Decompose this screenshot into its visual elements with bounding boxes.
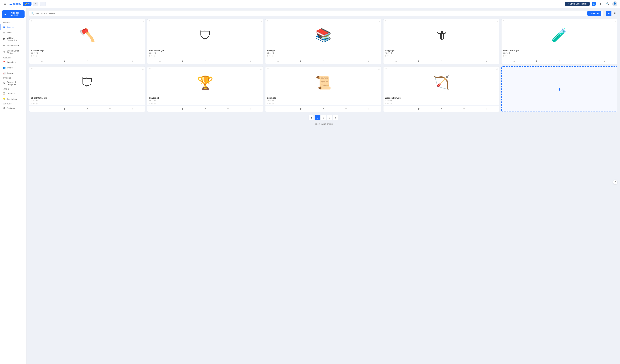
expand-btn-7[interactable]: ⤢ [249, 107, 252, 110]
share-btn-3[interactable]: ↗ [322, 60, 325, 63]
copy-icon-1[interactable]: ⧉ [31, 55, 32, 57]
info-icon-6[interactable]: ⓘ [36, 102, 37, 105]
download-btn-8[interactable]: ⬇ [277, 107, 280, 110]
download-btn-3[interactable]: ⬇ [277, 60, 280, 63]
edit-button[interactable]: ✏ [33, 2, 38, 6]
info-icon-7[interactable]: ⓘ [154, 102, 155, 105]
sidebar-item-model-editor[interactable]: ✏ Model Editor [0, 43, 27, 48]
share-btn-5[interactable]: ↗ [558, 60, 561, 63]
expand-btn-1[interactable]: ⤢ [131, 60, 134, 63]
help-button[interactable]: ? [613, 180, 618, 184]
share-btn-6[interactable]: ↗ [86, 107, 89, 110]
edit-icon-7[interactable]: ✏ [151, 102, 153, 105]
expand-btn-3[interactable]: ⤢ [367, 60, 370, 63]
sidebar-item-locations[interactable]: 📍 Locations [0, 60, 27, 65]
edit-icon-1[interactable]: ✏ [33, 55, 35, 57]
copy-icon-4[interactable]: ⧉ [385, 55, 386, 57]
add-btn-7[interactable]: ＋ [226, 107, 230, 110]
card-up-icon-6[interactable]: △ [142, 68, 144, 70]
download-btn-1[interactable]: ⬇ [40, 60, 44, 63]
info-icon-9[interactable]: ⓘ [390, 102, 391, 105]
user-avatar-button[interactable]: 👤 [612, 1, 618, 6]
add-btn-9[interactable]: ＋ [462, 107, 466, 110]
add-btn-1[interactable]: ＋ [108, 60, 112, 63]
card-up-icon-8[interactable]: △ [378, 68, 380, 70]
download-btn-2[interactable]: ⬇ [158, 60, 162, 63]
delete-btn-4[interactable]: 🗑 [417, 60, 420, 63]
card-up-icon-9[interactable]: △ [496, 68, 498, 70]
edit-icon-8[interactable]: ✏ [269, 102, 271, 105]
info-button[interactable]: ℹ [598, 1, 603, 6]
add-btn-8[interactable]: ＋ [344, 107, 348, 110]
info-icon-8[interactable]: ⓘ [272, 102, 274, 105]
card-up-icon-5[interactable]: △ [615, 20, 616, 22]
copy-icon-3[interactable]: ⧉ [267, 55, 268, 57]
add-btn-2[interactable]: ＋ [226, 60, 230, 63]
sidebar-item-content[interactable]: ▣ Content [0, 24, 27, 30]
delete-btn-3[interactable]: 🗑 [299, 60, 302, 63]
minimize-button[interactable]: — [40, 2, 46, 6]
delete-btn-7[interactable]: 🗑 [181, 107, 184, 110]
copy-icon-2[interactable]: ⧉ [149, 55, 150, 57]
page-1-button[interactable]: 1 [315, 115, 320, 120]
edit-icon-6[interactable]: ✏ [33, 102, 35, 105]
download-btn-5[interactable]: ⬇ [512, 60, 516, 63]
delete-btn-2[interactable]: 🗑 [181, 60, 184, 63]
copy-icon-5[interactable]: ⧉ [503, 55, 504, 57]
info-icon-5[interactable]: ⓘ [508, 55, 510, 57]
download-btn-9[interactable]: ⬇ [394, 107, 398, 110]
edit-icon-5[interactable]: ✏ [505, 55, 507, 57]
delete-btn-9[interactable]: 🗑 [417, 107, 420, 110]
key-tool-button[interactable]: 🔑 ▾ [23, 2, 31, 6]
expand-btn-8[interactable]: ⤢ [367, 107, 370, 110]
delete-btn-1[interactable]: 🗑 [63, 60, 66, 63]
sidebar-item-tutorials[interactable]: 📋 Tutorials [0, 91, 27, 96]
sidebar-item-convert[interactable]: ⚙ Convert & Compress [0, 80, 27, 87]
delete-btn-6[interactable]: 🗑 [63, 107, 66, 110]
edit-icon-2[interactable]: ✏ [151, 55, 153, 57]
edit-icon-3[interactable]: ✏ [269, 55, 271, 57]
search-button[interactable]: 🔍 [605, 1, 610, 6]
download-btn-7[interactable]: ⬇ [158, 107, 162, 110]
expand-btn-9[interactable]: ⤢ [485, 107, 488, 110]
card-up-icon-3[interactable]: △ [378, 20, 380, 22]
add-btn-5[interactable]: ＋ [580, 60, 584, 63]
download-btn-6[interactable]: ⬇ [40, 107, 44, 110]
copy-icon-8[interactable]: ⧉ [267, 102, 268, 105]
add-new-asset-card[interactable]: ＋ [501, 66, 618, 112]
sidebar-item-insights[interactable]: 📈 Insights [0, 70, 27, 76]
info-icon-2[interactable]: ⓘ [154, 55, 155, 57]
add-btn-6[interactable]: ＋ [108, 107, 112, 110]
sdk-integrations-button[interactable]: ⬇ SDKs & Integrations [565, 2, 590, 6]
sidebar-item-inspiration[interactable]: 💡 Inspiration [0, 96, 27, 102]
share-btn-4[interactable]: ↗ [440, 60, 443, 63]
sidebar-item-users[interactable]: 👥 Users [0, 65, 27, 70]
share-btn-7[interactable]: ↗ [204, 107, 207, 110]
grid-view-button[interactable]: ⊞ [606, 11, 611, 16]
edit-icon-4[interactable]: ✏ [387, 55, 389, 57]
expand-btn-5[interactable]: ⤢ [603, 60, 606, 63]
search-input[interactable] [35, 11, 586, 16]
card-up-icon-4[interactable]: △ [496, 20, 498, 22]
card-up-icon-1[interactable]: △ [142, 20, 144, 22]
share-btn-2[interactable]: ↗ [204, 60, 207, 63]
edit-icon-9[interactable]: ✏ [387, 102, 389, 105]
add-btn-4[interactable]: ＋ [462, 60, 466, 63]
share-btn-1[interactable]: ↗ [86, 60, 89, 63]
expand-btn-4[interactable]: ⤢ [485, 60, 488, 63]
page-2-button[interactable]: 2 [321, 115, 326, 120]
copy-icon-6[interactable]: ⧉ [31, 102, 32, 105]
delete-btn-8[interactable]: 🗑 [299, 107, 302, 110]
search-submit-button[interactable]: SEARCH [587, 11, 601, 16]
card-up-icon-7[interactable]: △ [261, 68, 262, 70]
share-btn-8[interactable]: ↗ [322, 107, 325, 110]
download-btn-4[interactable]: ⬇ [394, 60, 398, 63]
sidebar-item-data[interactable]: ▤ Data [0, 30, 27, 35]
sidebar-item-webar[interactable]: 🖥 WebAR Customizer [0, 35, 27, 43]
add-btn-3[interactable]: ＋ [344, 60, 348, 63]
share-btn-9[interactable]: ↗ [440, 107, 443, 110]
info-icon-4[interactable]: ⓘ [390, 55, 391, 57]
list-view-button[interactable]: ☰ [612, 11, 618, 16]
info-icon-1[interactable]: ⓘ [36, 55, 37, 57]
card-up-icon-2[interactable]: △ [261, 20, 262, 22]
